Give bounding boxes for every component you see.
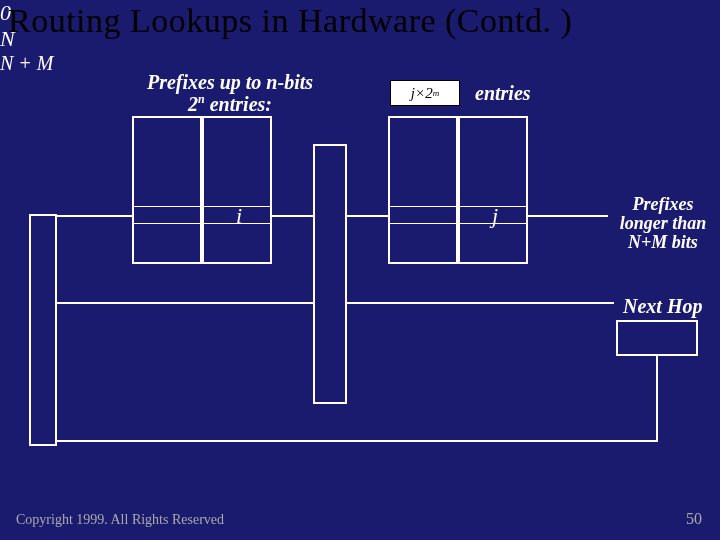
footer-copyright: Copyright 1999. All Rights Reserved	[16, 512, 224, 528]
prefixes-longer-than-label: Prefixes longer than N+M bits	[608, 195, 718, 252]
eq-mul: ×	[415, 85, 425, 102]
label-n-plus-m: N + M	[0, 52, 720, 75]
label-i: i	[236, 203, 242, 229]
wire-zero-to-bank1	[57, 215, 132, 217]
connector-block	[313, 144, 347, 404]
memory-bank-1-selected-row	[132, 206, 272, 224]
prefixes-right-l1: Prefixes	[633, 194, 694, 214]
label-j: j	[492, 203, 498, 229]
eq-base: 2	[425, 85, 433, 102]
eq-sup: m	[433, 88, 440, 98]
wire-n-plus-m-horizontal	[57, 440, 658, 442]
next-hop-label: Next Hop	[623, 295, 702, 318]
formula-j-times-2m: j × 2m	[390, 80, 460, 106]
wire-n-plus-m-to-nexthop	[656, 356, 658, 442]
wire-bank2-to-prefixes-longer	[528, 215, 608, 217]
slide-title: Routing Lookups in Hardware (Contd. )	[8, 2, 712, 40]
two-n-base: 2	[188, 93, 198, 115]
prefixes-right-l2: longer than	[620, 213, 707, 233]
memory-bank-2-selected-row	[388, 206, 528, 224]
prefixes-up-to-n-bits-label: Prefixes up to n-bits 2n entries:	[130, 72, 330, 115]
entries-label: entries	[475, 82, 531, 105]
destination-address-register	[29, 214, 57, 446]
wire-bank1-to-connector	[272, 215, 313, 217]
wire-connector-to-bank2	[347, 215, 388, 217]
prefixes-right-l3: N+M bits	[628, 232, 698, 252]
footer-page-number: 50	[686, 510, 702, 528]
memory-bank-1-col-b	[202, 116, 272, 264]
next-hop-register	[616, 320, 698, 356]
entries-colon: entries:	[205, 93, 272, 115]
memory-bank-2-col-b	[458, 116, 528, 264]
memory-bank-2-col-a	[388, 116, 458, 264]
memory-bank-1-col-a	[132, 116, 202, 264]
two-n-sup: n	[198, 92, 205, 106]
prefixes-line1: Prefixes up to n-bits	[147, 71, 313, 93]
wire-n-to-connector	[57, 302, 313, 304]
wire-connector-to-nexthop	[347, 302, 614, 304]
